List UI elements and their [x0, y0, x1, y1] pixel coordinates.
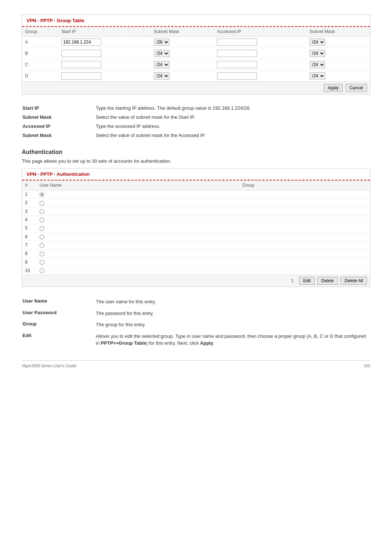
radio-button[interactable]	[40, 226, 44, 231]
table-row: B /28/24/25/26/27/29/30 /24/25/26/27/28/…	[22, 48, 370, 59]
row-num: 6	[22, 232, 37, 241]
subnet-mask-2-select[interactable]: /24/25/26/27/28/29/30	[310, 61, 325, 68]
accessed-ip-cell[interactable]	[214, 37, 307, 48]
accessed-ip-cell[interactable]	[214, 70, 307, 82]
subnet-mask-1-cell[interactable]: /28/24/25/26/27/29/30	[151, 70, 214, 82]
start-ip-cell[interactable]	[58, 37, 151, 48]
delete-button[interactable]: Delete	[317, 277, 338, 285]
radio-button[interactable]	[40, 209, 44, 214]
group-table-footer: Apply Cancel	[22, 81, 370, 94]
group-table-title: VPN - PPTP - Group Table	[22, 15, 370, 27]
start-ip-input[interactable]	[61, 72, 101, 80]
desc-term: Start IP	[23, 104, 88, 112]
table-row: 6	[22, 232, 370, 241]
radio-cell[interactable]	[37, 266, 240, 275]
subnet-mask-2-select[interactable]: /24/25/26/27/28/29/30	[310, 72, 325, 80]
radio-cell[interactable]	[37, 215, 240, 224]
table-row: C /28/24/25/26/27/29/30 /24/25/26/27/28/…	[22, 59, 370, 70]
auth-table-container: VPN - PPTP - Authentication # User Name …	[22, 168, 370, 287]
subnet-mask-2-select[interactable]: /24/25/26/27/28/29/30	[310, 50, 325, 57]
subnet-mask-1-select[interactable]: /28/24/25/26/27/29/30	[154, 50, 170, 57]
radio-button[interactable]	[40, 243, 44, 248]
radio-cell[interactable]	[37, 199, 240, 207]
desc-term: Group	[23, 319, 88, 330]
radio-cell[interactable]	[37, 224, 240, 232]
radio-button[interactable]	[40, 260, 44, 265]
group-cell	[240, 232, 370, 241]
row-num: 2	[22, 199, 37, 207]
radio-cell[interactable]	[37, 241, 240, 249]
radio-cell[interactable]	[37, 250, 240, 258]
col-start-ip: Start IP	[58, 27, 151, 37]
desc-row: User Password The password for this entr…	[23, 308, 369, 319]
auth-table-footer: 1 Edit Delete Delete All	[22, 275, 370, 287]
subnet-mask-2-cell[interactable]: /24/25/26/27/28/29/30	[307, 59, 370, 70]
group-desc-table: Start IP Type the starting IP address. T…	[22, 103, 370, 140]
accessed-ip-cell[interactable]	[214, 59, 307, 70]
start-ip-cell[interactable]	[58, 48, 151, 59]
subnet-mask-2-cell[interactable]: /24/25/26/27/28/29/30	[307, 37, 370, 48]
radio-cell[interactable]	[37, 190, 240, 199]
start-ip-input[interactable]	[61, 39, 101, 46]
group-cell	[240, 241, 370, 249]
group-cell	[240, 215, 370, 224]
radio-button[interactable]	[40, 235, 44, 239]
row-num: 1	[22, 190, 37, 199]
auth-table-title: VPN - PPTP - Authentication	[22, 169, 370, 181]
auth-table: # User Name Group 1 2 3 4 5 6 7	[22, 181, 370, 275]
table-row: 3	[22, 207, 370, 215]
table-row: 2	[22, 199, 370, 207]
desc-definition: Select the value of subnet mask for the …	[89, 131, 369, 139]
cancel-button[interactable]: Cancel	[346, 84, 367, 92]
start-ip-input[interactable]	[61, 50, 101, 57]
group-cell	[240, 199, 370, 207]
radio-button[interactable]	[40, 201, 44, 206]
col-subnet-mask-2: Subnet Mask	[307, 27, 370, 37]
accessed-ip-input[interactable]	[217, 72, 257, 80]
radio-button[interactable]	[40, 192, 44, 197]
subnet-mask-1-cell[interactable]: /28/24/25/26/27/29/30	[151, 37, 214, 48]
table-row: 8	[22, 250, 370, 258]
radio-cell[interactable]	[37, 258, 240, 266]
subnet-mask-2-cell[interactable]: /24/25/26/27/28/29/30	[307, 48, 370, 59]
desc-row: Accessed IP Type the accessed IP address…	[23, 122, 369, 130]
delete-all-button[interactable]: Delete All	[340, 277, 367, 285]
row-num: 10	[22, 266, 37, 275]
desc-row: Subnet Mask Select the value of subnet m…	[23, 131, 369, 139]
accessed-ip-cell[interactable]	[214, 48, 307, 59]
accessed-ip-input[interactable]	[217, 50, 257, 57]
radio-cell[interactable]	[37, 207, 240, 215]
subnet-mask-1-cell[interactable]: /28/24/25/26/27/29/30	[151, 59, 214, 70]
accessed-ip-input[interactable]	[217, 39, 257, 46]
subnet-mask-1-select[interactable]: /28/24/25/26/27/29/30	[154, 72, 170, 80]
start-ip-cell[interactable]	[58, 70, 151, 82]
start-ip-cell[interactable]	[58, 59, 151, 70]
edit-button[interactable]: Edit	[299, 277, 315, 285]
group-cell	[240, 224, 370, 232]
table-row: 7	[22, 241, 370, 249]
table-row: 1	[22, 190, 370, 199]
subnet-mask-1-cell[interactable]: /28/24/25/26/27/29/30	[151, 48, 214, 59]
col-group: Group	[22, 27, 58, 37]
subnet-mask-2-cell[interactable]: /24/25/26/27/28/29/30	[307, 70, 370, 82]
apply-button[interactable]: Apply	[324, 84, 343, 92]
group-table: Group Start IP Subnet Mask Accessed IP S…	[22, 27, 370, 81]
accessed-ip-input[interactable]	[217, 61, 257, 68]
desc-term: Subnet Mask	[23, 113, 88, 121]
start-ip-input[interactable]	[61, 61, 101, 68]
col-accessed-ip: Accessed IP	[214, 27, 307, 37]
radio-button[interactable]	[40, 252, 44, 256]
subnet-mask-1-select[interactable]: /28/24/25/26/27/29/30	[154, 61, 170, 68]
desc-term: User Password	[23, 308, 88, 319]
radio-button[interactable]	[40, 268, 44, 273]
row-num: 4	[22, 215, 37, 224]
subnet-mask-1-select[interactable]: /28/24/25/26/27/29/30	[154, 39, 170, 46]
col-group-auth: Group	[240, 181, 370, 190]
group-label: B	[22, 48, 58, 59]
radio-button[interactable]	[40, 218, 44, 222]
auth-title: Authentication	[22, 149, 370, 155]
desc-definition: Type the accessed IP address.	[89, 122, 369, 130]
subnet-mask-2-select[interactable]: /24/25/26/27/28/29/30	[310, 39, 325, 46]
group-cell	[240, 250, 370, 258]
radio-cell[interactable]	[37, 232, 240, 241]
